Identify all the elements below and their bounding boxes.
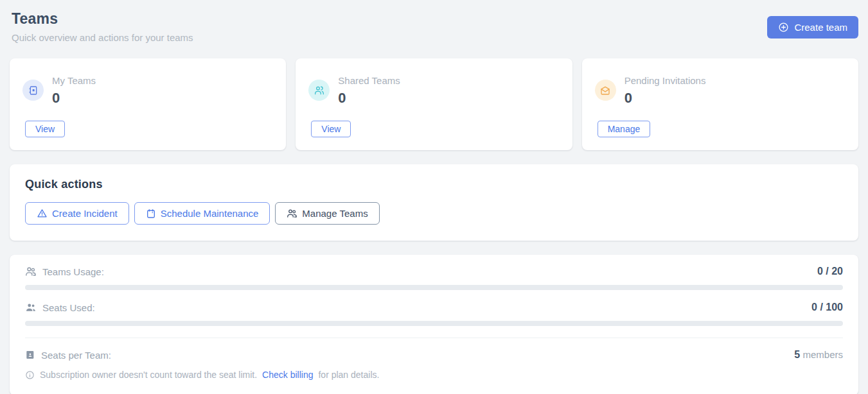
teams-page: Teams Quick overview and actions for you… [0,0,868,394]
seats-used-row: Seats Used: 0 / 100 [25,302,843,313]
contact-book-icon [22,80,44,101]
manage-teams-button[interactable]: Manage Teams [275,202,379,225]
seats-per-team-row: Seats per Team: 5 members [25,349,843,361]
create-incident-label: Create Incident [52,208,118,219]
info-icon [25,370,35,380]
quick-actions-panel: Quick actions Create Incident [10,164,858,241]
shared-teams-view-button[interactable]: View [311,121,351,137]
usage-panel: Teams Usage: 0 / 20 Seats Used: 0 / 100 [10,255,858,394]
teams-usage-label-group: Teams Usage: [25,266,104,277]
my-teams-card: My Teams 0 View [10,58,286,150]
quick-actions-buttons: Create Incident Schedule Maintenance [25,202,843,225]
seats-per-team-number: 5 [794,349,800,360]
seats-per-team-label: Seats per Team: [41,350,111,361]
card-top: My Teams 0 [22,75,270,107]
seats-per-team-label-group: Seats per Team: [25,350,111,361]
manage-teams-label: Manage Teams [302,208,368,219]
create-team-button[interactable]: Create team [767,16,858,39]
users-icon [287,208,297,219]
mail-open-icon [595,80,616,101]
contact-book-icon [25,350,35,360]
pending-invitations-manage-button[interactable]: Manage [598,121,651,137]
usage-divider [25,338,843,338]
users-icon [308,80,330,101]
page-header: Teams Quick overview and actions for you… [10,9,858,58]
stats-cards-row: My Teams 0 View Shared Teams [10,58,858,150]
card-label: Shared Teams [338,75,400,86]
card-label: My Teams [52,75,96,86]
teams-usage-value: 0 / 20 [817,266,843,277]
page-heading-group: Teams Quick overview and actions for you… [12,10,193,43]
create-team-label: Create team [794,22,847,33]
card-value: 0 [624,90,706,107]
card-text: Pending Invitations 0 [624,75,706,107]
page-subtitle: Quick overview and actions for your team… [12,32,193,43]
shared-teams-card: Shared Teams 0 View [296,58,572,150]
card-value: 0 [338,90,400,107]
warning-triangle-icon [37,208,48,219]
schedule-maintenance-label: Schedule Maintenance [161,208,259,219]
page-title: Teams [12,10,193,28]
card-top: Pending Invitations 0 [595,75,843,107]
seats-per-team-suffix: members [802,349,843,360]
note-suffix: for plan details. [318,370,379,380]
teams-usage-row: Teams Usage: 0 / 20 [25,266,843,277]
quick-actions-heading: Quick actions [25,178,843,191]
users-filled-icon [25,302,37,313]
seats-used-label: Seats Used: [42,302,95,313]
seat-limit-note: Subscription owner doesn't count toward … [25,370,843,380]
seats-used-progressbar [25,321,843,326]
card-label: Pending Invitations [624,75,706,86]
pending-invitations-card: Pending Invitations 0 Manage [582,58,858,150]
card-text: My Teams 0 [52,75,96,107]
create-incident-button[interactable]: Create Incident [25,202,129,225]
my-teams-view-button[interactable]: View [25,121,65,137]
seats-used-label-group: Seats Used: [25,302,95,313]
card-top: Shared Teams 0 [308,75,556,107]
schedule-maintenance-button[interactable]: Schedule Maintenance [134,202,270,225]
seats-used-value: 0 / 100 [811,302,843,313]
note-text: Subscription owner doesn't count toward … [40,370,257,380]
teams-usage-progressbar [25,285,843,290]
seats-per-team-value: 5 members [794,349,843,361]
plus-circle-icon [778,22,789,33]
card-value: 0 [52,90,96,107]
calendar-icon [146,209,156,219]
users-outline-icon [25,266,37,277]
teams-usage-label: Teams Usage: [42,266,104,277]
card-text: Shared Teams 0 [338,75,400,107]
check-billing-link[interactable]: Check billing [262,370,313,380]
